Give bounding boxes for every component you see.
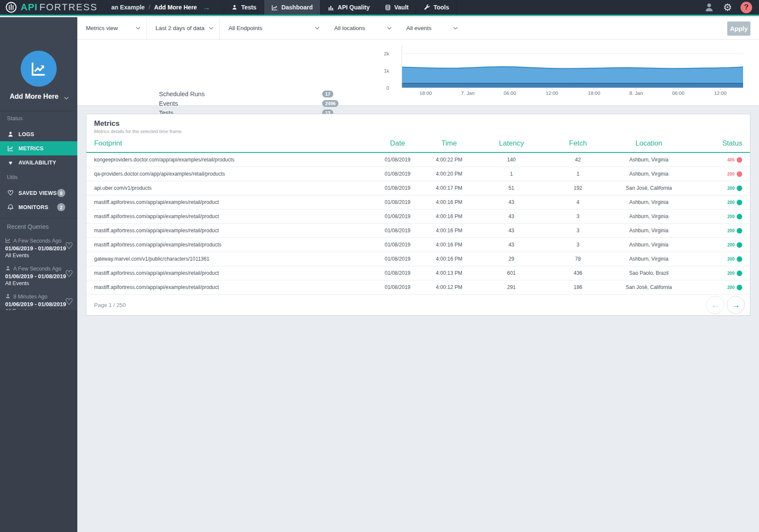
table-row[interactable]: mastiff.apifortress.com/app/api/examples… xyxy=(86,224,750,238)
cell-time: 4:00:16 PM xyxy=(422,256,476,262)
recent-query-item[interactable]: A Few Seconds Ago 01/06/2019 - 01/08/201… xyxy=(0,262,77,290)
endpoints-dropdown[interactable]: All Endpoints xyxy=(220,17,326,39)
col-date[interactable]: Date xyxy=(373,139,422,147)
apply-button[interactable]: Apply xyxy=(727,21,750,36)
table-row[interactable]: gateway.marvel.com/v1/public/characters/… xyxy=(86,252,750,266)
tab-vault[interactable]: Vault xyxy=(377,0,416,15)
breadcrumb-arrow-icon[interactable]: → xyxy=(202,3,210,11)
col-footprint[interactable]: Footprint xyxy=(94,139,373,147)
cell-date: 01/08/2019 xyxy=(373,284,422,290)
cell-latency: 43 xyxy=(476,228,547,234)
status-dot-icon xyxy=(737,256,742,262)
help-icon[interactable]: ? xyxy=(741,2,752,13)
gear-icon[interactable]: ⚙ xyxy=(723,3,732,12)
cell-latency: 601 xyxy=(476,270,547,276)
sidebar-item-availability[interactable]: ♥ AVAILABILITY xyxy=(0,155,77,170)
tab-tools[interactable]: Tools xyxy=(416,0,457,15)
table-row[interactable]: kongeeproviders.doctor.com/app/api/examp… xyxy=(86,153,750,167)
col-status[interactable]: Status xyxy=(689,139,742,147)
table-row[interactable]: mastiff.apifortress.com/app/api/examples… xyxy=(86,195,750,210)
card-title: Metrics xyxy=(86,114,750,128)
project-selector[interactable]: Add More Here xyxy=(0,93,77,100)
x-tick-label: 12:00 xyxy=(703,91,738,96)
favorite-heart-icon[interactable]: ♡ xyxy=(65,269,73,278)
line-chart-icon xyxy=(271,4,278,11)
locations-dropdown[interactable]: All locations xyxy=(326,17,398,39)
cell-footprint: mastiff.apifortress.com/app/api/examples… xyxy=(94,270,373,276)
date-range-dropdown[interactable]: Last 2 days of data xyxy=(147,17,220,39)
cell-latency: 29 xyxy=(476,256,547,262)
cell-footprint: qa-providers.doctor.com/app/api/examples… xyxy=(94,171,373,177)
chart-area-events-band xyxy=(402,83,743,88)
view-dropdown[interactable]: Metrics view xyxy=(77,17,147,39)
breadcrumb-project[interactable]: an Example xyxy=(111,4,145,11)
cell-time: 4:00:17 PM xyxy=(422,185,476,191)
next-page-button[interactable]: → xyxy=(727,296,745,314)
chevron-down-icon xyxy=(454,25,458,30)
person-icon xyxy=(7,131,14,137)
tab-api-quality[interactable]: API Quality xyxy=(320,0,377,15)
chevron-down-icon xyxy=(64,95,68,100)
query-title: A Few Seconds Ago xyxy=(13,266,61,272)
table-row[interactable]: mastiff.apifortress.com/app/api/examples… xyxy=(86,238,750,252)
project-avatar[interactable] xyxy=(21,51,57,87)
arrow-left-icon: ← xyxy=(711,300,719,310)
col-location[interactable]: Location xyxy=(609,139,689,147)
y-tick-label: 0 xyxy=(387,85,389,91)
favorite-heart-icon[interactable]: ♡ xyxy=(65,241,73,250)
recent-query-item[interactable]: A Few Seconds Ago 01/06/2019 - 01/08/201… xyxy=(0,234,77,262)
cell-location: Sao Paolo, Brazil xyxy=(609,270,689,276)
cell-status: 200 xyxy=(689,185,742,191)
user-icon[interactable] xyxy=(704,2,714,12)
cell-latency: 43 xyxy=(476,242,547,248)
col-latency[interactable]: Latency xyxy=(476,139,547,147)
y-tick-label: 1k xyxy=(384,68,389,73)
breadcrumb-page[interactable]: Add More Here xyxy=(154,4,197,11)
x-tick-label: 8. Jan xyxy=(619,91,653,96)
sidebar-item-monitors[interactable]: MONITORS 2 xyxy=(0,200,77,214)
cell-footprint: kongeeproviders.doctor.com/app/api/examp… xyxy=(94,157,373,163)
app-logo[interactable]: API FORTRESS xyxy=(0,0,104,15)
sidebar-item-label: AVAILABILITY xyxy=(18,160,56,166)
table-header: Footprint Date Time Latency Fetch Locati… xyxy=(86,134,750,153)
cell-time: 4:00:20 PM xyxy=(422,171,476,177)
events-dropdown[interactable]: All events xyxy=(398,17,464,39)
table-row[interactable]: qa-providers.doctor.com/app/api/examples… xyxy=(86,167,750,181)
status-dot-icon xyxy=(737,157,742,163)
x-tick-label: 18:00 xyxy=(577,91,611,96)
cell-footprint: gateway.marvel.com/v1/public/characters/… xyxy=(94,256,373,262)
tab-tests[interactable]: Tests xyxy=(224,0,264,15)
table-row[interactable]: mastiff.apifortress.com/app/api/examples… xyxy=(86,210,750,224)
table-row[interactable]: mastiff.apifortress.com/app/api/examples… xyxy=(86,266,750,280)
cell-footprint: mastiff.apifortress.com/app/api/examples… xyxy=(94,242,373,248)
col-fetch[interactable]: Fetch xyxy=(547,139,609,147)
cell-fetch: 1 xyxy=(547,171,609,177)
tab-dashboard[interactable]: Dashboard xyxy=(264,0,320,15)
sidebar-item-logs[interactable]: LOGS xyxy=(0,127,77,141)
divider xyxy=(0,218,77,219)
cell-latency: 51 xyxy=(476,185,547,191)
cell-date: 01/08/2019 xyxy=(373,228,422,234)
table-row[interactable]: mastiff.apifortress.com/app/api/examples… xyxy=(86,280,750,295)
tab-label: Vault xyxy=(394,4,408,11)
apifortress-logo-icon xyxy=(5,1,17,13)
table-row[interactable]: api.uber.com/v1/products 01/08/2019 4:00… xyxy=(86,181,750,195)
x-tick-label: 06:00 xyxy=(661,91,695,96)
status-code: 200 xyxy=(727,228,735,233)
query-scope: All Events xyxy=(5,280,64,286)
section-label-status: Status xyxy=(7,115,23,122)
sidebar-item-metrics[interactable]: METRICS xyxy=(0,141,77,155)
previous-page-button[interactable]: ← xyxy=(706,296,724,314)
status-code: 200 xyxy=(727,243,735,247)
sidebar-item-saved-views[interactable]: ♡ SAVED VIEWS 0 xyxy=(0,186,77,200)
cell-date: 01/08/2019 xyxy=(373,256,422,262)
col-time[interactable]: Time xyxy=(422,139,476,147)
favorite-heart-icon[interactable]: ♡ xyxy=(65,297,73,306)
query-scope: All Events xyxy=(5,252,64,258)
y-tick-label: 2k xyxy=(384,51,389,56)
cell-latency: 291 xyxy=(476,284,547,290)
cell-status: 200 xyxy=(689,214,742,219)
cell-status: 200 xyxy=(689,256,742,262)
line-chart-icon xyxy=(7,145,14,152)
heart-outline-icon: ♡ xyxy=(7,189,14,197)
